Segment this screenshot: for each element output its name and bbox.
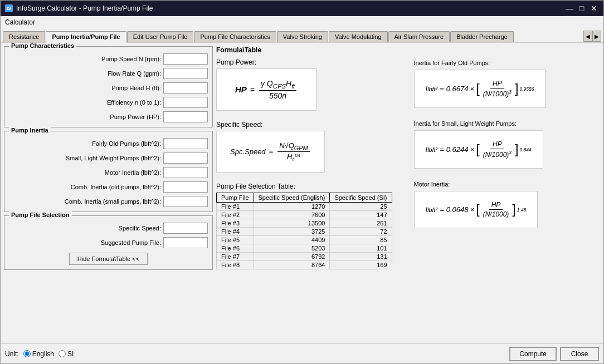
motor-inertia-section: Motor Inertia: Ilbft² = 0.0648 × [ HP ( bbox=[414, 181, 601, 235]
english-speed-cell: 1270 bbox=[254, 203, 330, 211]
pump-power-formula-label: Pump Power: bbox=[216, 58, 403, 66]
maximize-button[interactable]: □ bbox=[577, 3, 587, 13]
si-speed-cell: 25 bbox=[330, 203, 392, 211]
tab-edit-user-pump[interactable]: Edit User Pump File bbox=[127, 31, 194, 42]
english-speed-cell: 7600 bbox=[254, 211, 330, 219]
comb-small-row: Comb. Inertia (small pumps, lbft^2): bbox=[9, 196, 208, 207]
suggested-pump-row: Suggested Pump File: bbox=[9, 237, 208, 248]
english-option[interactable]: English bbox=[23, 350, 54, 358]
flow-rate-row: Flow Rate Q (gpm): bbox=[9, 68, 208, 79]
comb-small-input[interactable] bbox=[163, 196, 208, 207]
pump-power-input[interactable] bbox=[163, 111, 208, 122]
col-english-speed: Specific Speed (English) bbox=[254, 193, 330, 203]
tab-prev-button[interactable]: ◀ bbox=[583, 31, 592, 42]
english-speed-cell: 13500 bbox=[254, 219, 330, 228]
motor-inertia-label: Motor Inertia (lbft^2): bbox=[9, 169, 161, 176]
tab-pump-file-char[interactable]: Pump File Characteristics bbox=[194, 31, 276, 42]
specific-speed-row: Specific Speed: bbox=[9, 223, 208, 234]
pump-file-cell: File #7 bbox=[217, 253, 254, 261]
tab-air-slam[interactable]: Air Slam Pressure bbox=[388, 31, 450, 42]
pump-inertia-title: Pump Inertia bbox=[9, 127, 51, 134]
pump-file-cell: File #4 bbox=[217, 228, 254, 236]
pump-characteristics-group: Pump Characteristics Pump Speed N (rpm):… bbox=[4, 46, 213, 127]
inertia-old-section: Inertia for Fairly Old Pumps: Ilbft² = 0… bbox=[414, 60, 601, 115]
table-row: File #2 7600 147 bbox=[217, 211, 392, 219]
comb-old-input[interactable] bbox=[163, 181, 208, 193]
table-row: File #5 4409 85 bbox=[217, 236, 392, 244]
suggested-pump-label: Suggested Pump File: bbox=[9, 239, 161, 246]
efficiency-input[interactable] bbox=[163, 97, 208, 108]
efficiency-label: Efficiency n (0 to 1): bbox=[9, 99, 161, 106]
tab-bladder[interactable]: Bladder Precharge bbox=[450, 31, 514, 42]
motor-inertia-input[interactable] bbox=[163, 167, 208, 178]
english-speed-cell: 3725 bbox=[254, 228, 330, 236]
tab-pump-inertia[interactable]: Pump Inertia/Pump File bbox=[46, 31, 126, 43]
unit-section: Unit: English SI bbox=[5, 350, 74, 358]
si-radio[interactable] bbox=[59, 350, 66, 357]
pump-characteristics-title: Pump Characteristics bbox=[9, 43, 76, 49]
motor-inertia-title: Motor Inertia: bbox=[414, 181, 601, 188]
minimize-button[interactable]: — bbox=[564, 3, 574, 13]
window-close-button[interactable]: ✕ bbox=[589, 3, 599, 13]
efficiency-row: Efficiency n (0 to 1): bbox=[9, 97, 208, 108]
table-row: File #8 8764 169 bbox=[217, 261, 392, 269]
close-button[interactable]: Close bbox=[560, 347, 599, 361]
motor-inertia-formula: Ilbft² = 0.0648 × [ HP (N/1000) ] bbox=[414, 191, 538, 228]
inertia-old-title: Inertia for Fairly Old Pumps: bbox=[414, 60, 601, 66]
si-speed-cell: 85 bbox=[330, 236, 392, 244]
english-radio[interactable] bbox=[23, 350, 31, 357]
pump-inertia-group: Pump Inertia Fairly Old Pumps (lbft^2): … bbox=[4, 131, 213, 212]
flow-rate-label: Flow Rate Q (gpm): bbox=[9, 70, 161, 77]
right-panel: Formula\Table Pump Power: HP = γ QCFSHft bbox=[216, 46, 600, 340]
compute-button[interactable]: Compute bbox=[509, 347, 557, 361]
main-content: Pump Characteristics Pump Speed N (rpm):… bbox=[1, 43, 603, 343]
comb-old-row: Comb. Inertia (old pumps, lbft^2): bbox=[9, 181, 208, 193]
specific-speed-formula-box: Spc.Speed = N√QGPM Hft3/4 bbox=[216, 131, 325, 173]
suggested-pump-input[interactable] bbox=[163, 237, 208, 248]
si-speed-cell: 147 bbox=[330, 211, 392, 219]
si-speed-cell: 169 bbox=[330, 261, 392, 269]
col-pump-file: Pump File bbox=[217, 193, 254, 203]
pump-head-input[interactable] bbox=[163, 82, 208, 94]
tab-next-button[interactable]: ▶ bbox=[592, 31, 601, 42]
table-row: File #1 1270 25 bbox=[217, 203, 392, 211]
comb-old-label: Comb. Inertia (old pumps, lbft^2): bbox=[9, 184, 161, 190]
flow-rate-input[interactable] bbox=[163, 68, 208, 79]
english-label: English bbox=[32, 350, 54, 358]
inertia-old-formula: Ilbft² = 0.6674 × [ HP (N/1000)3 ] bbox=[414, 70, 546, 108]
hide-formula-button[interactable]: Hide Formula\Table << bbox=[69, 253, 148, 265]
tab-resistance[interactable]: Resistance bbox=[3, 31, 45, 42]
pump-power-formula-section: Pump Power: HP = γ QCFSHft 550n bbox=[216, 58, 403, 116]
pump-file-table-label: Pump File Selection Table: bbox=[216, 183, 403, 190]
pump-file-cell: File #1 bbox=[217, 203, 254, 211]
small-light-input[interactable] bbox=[163, 153, 208, 164]
si-speed-cell: 101 bbox=[330, 244, 392, 253]
tab-nav: ◀ ▶ bbox=[583, 31, 601, 42]
pump-power-formula-box: HP = γ QCFSHft 550n bbox=[216, 68, 316, 111]
pump-head-row: Pump Head H (ft): bbox=[9, 82, 208, 94]
pump-head-label: Pump Head H (ft): bbox=[9, 85, 161, 91]
menu-calculator[interactable]: Calculator bbox=[5, 18, 35, 26]
left-panel: Pump Characteristics Pump Speed N (rpm):… bbox=[4, 46, 213, 340]
english-speed-cell: 6792 bbox=[254, 253, 330, 261]
specific-speed-formula-label: Specific Speed: bbox=[216, 121, 403, 129]
tab-valve-stroking[interactable]: Valve Stroking bbox=[277, 31, 328, 42]
title-bar: IS InfoSurge Calculator - Pump Inertia/P… bbox=[1, 1, 603, 16]
tab-valve-modulating[interactable]: Valve Modulating bbox=[329, 31, 388, 42]
english-speed-cell: 5203 bbox=[254, 244, 330, 253]
pump-file-cell: File #8 bbox=[217, 261, 254, 269]
unit-label: Unit: bbox=[5, 350, 19, 358]
fairly-old-input[interactable] bbox=[163, 138, 208, 149]
pump-file-cell: File #2 bbox=[217, 211, 254, 219]
motor-inertia-row: Motor Inertia (lbft^2): bbox=[9, 167, 208, 178]
tabs-bar: Resistance Pump Inertia/Pump File Edit U… bbox=[1, 28, 603, 43]
pump-file-table: Pump File Specific Speed (English) Speci… bbox=[216, 193, 392, 269]
specific-speed-input[interactable] bbox=[163, 223, 208, 234]
status-buttons: Compute Close bbox=[509, 347, 599, 361]
pump-speed-row: Pump Speed N (rpm): bbox=[9, 53, 208, 65]
specific-speed-label: Specific Speed: bbox=[9, 225, 161, 232]
pump-speed-input[interactable] bbox=[163, 53, 208, 65]
title-bar-left: IS InfoSurge Calculator - Pump Inertia/P… bbox=[5, 4, 153, 12]
fairly-old-label: Fairly Old Pumps (lbft^2): bbox=[9, 140, 161, 147]
si-option[interactable]: SI bbox=[59, 350, 74, 358]
